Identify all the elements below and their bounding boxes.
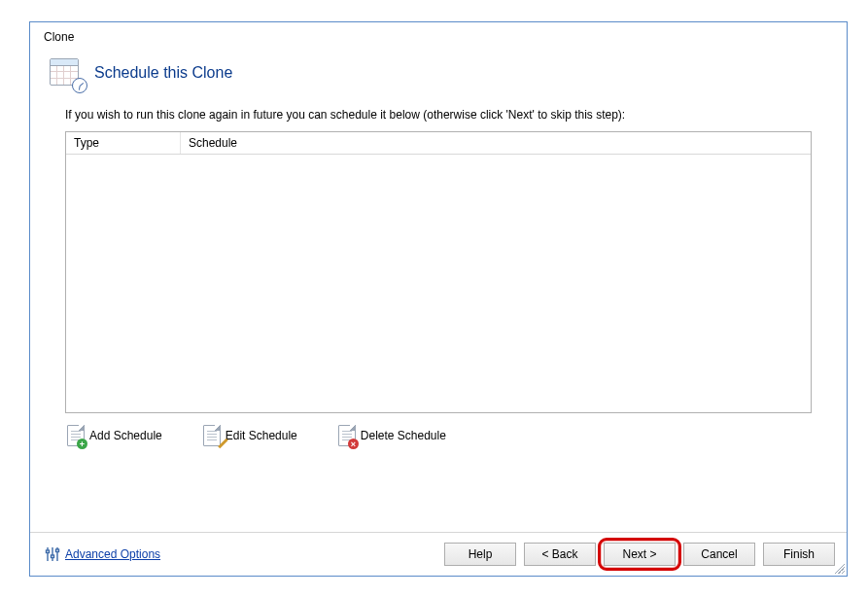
delete-schedule-button[interactable]: × Delete Schedule [338,425,446,446]
window-title: Clone [30,22,847,46]
advanced-options-link[interactable]: Advanced Options [65,547,160,561]
resize-grip[interactable] [833,562,845,574]
grid-header-row: Type Schedule [66,132,811,155]
help-button[interactable]: Help [444,543,516,566]
instruction-text: If you wish to run this clone again in f… [65,108,812,122]
back-button[interactable]: < Back [524,543,596,566]
schedule-grid[interactable]: Type Schedule [65,131,812,413]
page-title: Schedule this Clone [94,64,232,82]
edit-schedule-label: Edit Schedule [226,429,297,442]
svg-rect-5 [56,549,59,552]
finish-button[interactable]: Finish [763,543,835,566]
delete-schedule-label: Delete Schedule [361,429,446,442]
calendar-clock-icon [50,55,85,90]
cancel-button[interactable]: Cancel [683,543,755,566]
page-header: Schedule this Clone [30,46,847,98]
wizard-footer: Advanced Options Help < Back Next > Canc… [30,533,847,576]
column-header-type[interactable]: Type [66,132,181,154]
column-header-schedule[interactable]: Schedule [181,132,811,154]
document-edit-icon [203,425,221,446]
clone-wizard-window: Clone Schedule this Clone If you wish to… [29,21,848,577]
add-schedule-button[interactable]: + Add Schedule [67,425,162,446]
content-area: If you wish to run this clone again in f… [30,98,847,516]
document-add-icon: + [67,425,85,446]
svg-rect-4 [52,555,54,558]
svg-rect-3 [47,550,50,553]
next-button[interactable]: Next > [604,543,676,566]
sliders-icon [44,545,61,563]
edit-schedule-button[interactable]: Edit Schedule [203,425,297,446]
add-schedule-label: Add Schedule [89,429,162,442]
document-delete-icon: × [338,425,356,446]
schedule-toolbar: + Add Schedule Edit Schedule × Delete Sc… [65,413,812,446]
